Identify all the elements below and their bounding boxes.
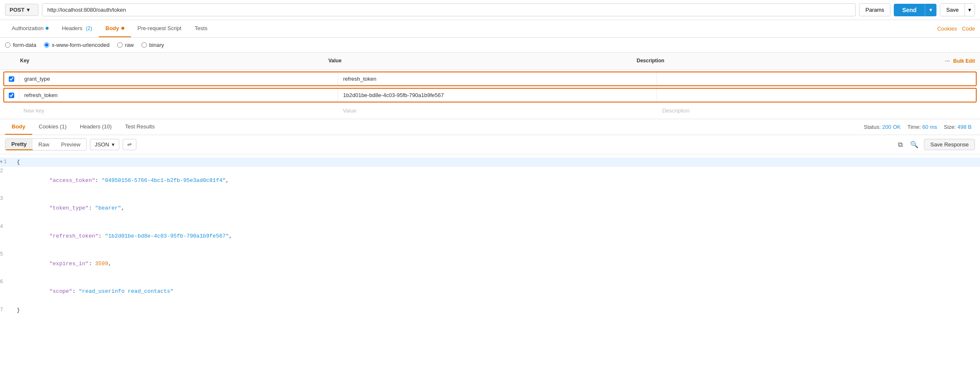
view-toggle-row: Pretty Raw Preview JSON ▾ ⇌ ⧉ 🔍 Save Res… [0,135,980,154]
new-row-description-placeholder: Description [662,107,690,114]
tab-prerequest[interactable]: Pre-request Script [131,20,188,37]
url-input[interactable] [42,3,856,16]
status-label: Status: 200 OK [864,124,900,130]
response-tab-body[interactable]: Body [5,119,32,135]
send-chevron-icon: ▾ [929,7,932,13]
request-tabs-right: Cookies Code [937,26,975,32]
save-response-button[interactable]: Save Response [924,139,975,150]
send-button[interactable]: Send [894,4,925,16]
row1-value-cell[interactable]: refresh_token [338,72,657,85]
params-table: Key Value Description ··· Bulk Edit gran… [0,53,980,119]
tab-headers-label: Headers [62,25,82,31]
response-tabs-row: Body Cookies (1) Headers (10) Test Resul… [0,119,980,135]
row1-key-cell[interactable]: grant_type [19,72,338,85]
raw-radio[interactable]: raw [117,42,134,48]
line-content-4: "refresh_token": "1b2d01be-bd8e-4c03-95f… [17,223,980,250]
raw-label: raw [125,42,134,48]
request-tabs-row: Authorization Headers (2) Body Pre-reque… [0,20,980,38]
line-num-1: ▼ 1 [0,158,17,166]
cookies-link[interactable]: Cookies [937,26,957,32]
key-col-header: Key [15,55,323,67]
save-btn-group: Save ▾ [940,3,975,16]
code-line-3: 3 "token_type": "bearer", [0,194,980,222]
response-headers-label: Headers (10) [80,123,112,130]
code-line-1: ▼ 1 { [0,158,980,167]
code-line-6: 6 "scope": "read_userinfo read_contacts" [0,278,980,305]
tab-tests[interactable]: Tests [188,20,214,37]
view-toggle-left: Pretty Raw Preview JSON ▾ ⇌ [5,138,136,151]
line-num-4: 4 [0,223,17,231]
code-line-5: 5 "expires_in": 3599, [0,250,980,278]
save-chevron-icon: ▾ [968,7,971,13]
urlencoded-radio[interactable]: x-www-form-urlencoded [44,42,110,48]
method-chevron-icon: ▾ [27,7,30,13]
line-num-7: 7 [0,306,17,314]
search-icon: 🔍 [910,141,918,148]
row2-description-cell[interactable] [657,89,976,102]
tab-authorization[interactable]: Authorization [5,20,55,37]
new-row-checkbox-cell [3,104,18,117]
body-type-row: form-data x-www-form-urlencoded raw bina… [0,38,980,53]
new-row-key-cell[interactable]: New key [18,104,338,117]
line-content-3: "token_type": "bearer", [17,194,980,222]
format-chevron-icon: ▾ [112,141,115,148]
row2-value: 1b2d01be-bd8e-4c03-95fb-790a1b9fe567 [343,92,444,98]
actions-col-header: ··· Bulk Edit [940,55,980,67]
row2-value-cell[interactable]: 1b2d01be-bd8e-4c03-95fb-790a1b9fe567 [338,89,657,102]
response-tab-cookies[interactable]: Cookies (1) [32,119,73,135]
params-button[interactable]: Params [859,3,890,16]
format-select[interactable]: JSON ▾ [90,139,119,150]
line-content-1: { [17,158,980,167]
line-num-5: 5 [0,250,17,258]
response-body-code: ▼ 1 { 2 "access_token": "04950156-5766-4… [0,154,980,318]
method-select[interactable]: POST ▾ [5,4,38,16]
row1-checkbox[interactable] [9,76,14,82]
new-row-value-cell[interactable]: Value [338,104,657,117]
response-tab-test-results[interactable]: Test Results [118,119,162,135]
row2-key-cell[interactable]: refresh_token [19,89,338,102]
line-content-7: } [17,306,980,315]
preview-button[interactable]: Preview [55,139,86,150]
tab-prerequest-label: Pre-request Script [138,25,182,31]
table-row: refresh_token 1b2d01be-bd8e-4c03-95fb-79… [3,88,977,102]
tab-body[interactable]: Body [99,20,131,37]
tab-headers[interactable]: Headers (2) [55,20,99,37]
form-data-label: form-data [13,42,36,48]
line-num-6: 6 [0,278,17,286]
raw-button[interactable]: Raw [33,139,55,150]
description-col-header: Description [632,55,940,67]
row1-checkbox-cell[interactable] [4,72,19,85]
code-link[interactable]: Code [962,26,975,32]
line-num-3: 3 [0,194,17,203]
row1-value: refresh_token [343,76,377,82]
row1-description-cell[interactable] [657,72,976,85]
request-tabs-left: Authorization Headers (2) Body Pre-reque… [5,20,214,37]
binary-radio[interactable]: binary [141,42,164,48]
wrap-button[interactable]: ⇌ [123,139,136,150]
more-options-icon[interactable]: ··· [945,58,950,64]
tab-body-label: Body [105,25,119,31]
save-dropdown-button[interactable]: ▾ [965,4,975,16]
row2-checkbox[interactable] [9,92,14,98]
code-line-7: 7 } [0,306,980,315]
table-header: Key Value Description ··· Bulk Edit [0,53,980,70]
binary-label: binary [149,42,164,48]
urlencoded-label: x-www-form-urlencoded [52,42,110,48]
tab-tests-label: Tests [195,25,207,31]
save-button[interactable]: Save [940,4,965,16]
time-label: Time: 60 ms [907,124,937,130]
send-dropdown-button[interactable]: ▾ [925,4,936,16]
bulk-edit-button[interactable]: Bulk Edit [953,58,975,64]
response-tab-headers[interactable]: Headers (10) [73,119,118,135]
code-line-2: 2 "access_token": "04950156-5766-4bc1-b2… [0,167,980,194]
new-row-description-cell[interactable]: Description [657,104,977,117]
row2-checkbox-cell[interactable] [4,89,19,102]
search-button[interactable]: 🔍 [908,138,921,151]
new-row: New key Value Description [3,104,977,117]
copy-button[interactable]: ⧉ [896,139,905,151]
collapse-arrow-icon[interactable]: ▼ [0,159,3,166]
pretty-button[interactable]: Pretty [5,139,33,150]
send-btn-group: Send ▾ [894,4,936,16]
status-value: 200 OK [882,124,900,130]
form-data-radio[interactable]: form-data [5,42,36,48]
